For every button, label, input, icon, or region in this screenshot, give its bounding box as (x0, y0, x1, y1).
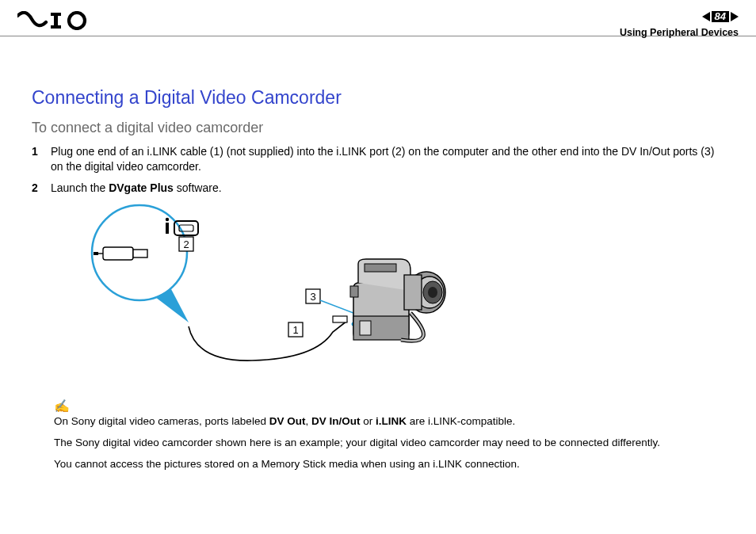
note-line: You cannot access the pictures stored on… (54, 458, 724, 470)
step-item: 1 Plug one end of an i.LINK cable (1) (n… (32, 144, 724, 174)
svg-rect-20 (333, 316, 347, 322)
page-header: 84 Using Peripheral Devices (0, 8, 756, 36)
svg-rect-2 (51, 25, 61, 29)
svg-point-28 (428, 287, 437, 298)
svg-point-3 (69, 13, 85, 29)
note-line: On Sony digital video cameras, ports lab… (54, 415, 724, 427)
svg-rect-30 (350, 286, 358, 297)
page-subtitle: To connect a digital video camcorder (32, 120, 724, 136)
note-line: The Sony digital video camcorder shown h… (54, 437, 724, 448)
notes-block: ✍ On Sony digital video cameras, ports l… (54, 399, 724, 470)
svg-text:1: 1 (292, 324, 298, 336)
vaio-logo (17, 11, 90, 33)
page-number: 84 (712, 11, 729, 22)
svg-rect-24 (365, 264, 396, 272)
step-number: 1 (32, 144, 51, 159)
svg-point-9 (166, 217, 169, 220)
svg-text:3: 3 (310, 291, 315, 303)
step-number: 2 (32, 181, 51, 196)
step-item: 2 Launch the DVgate Plus software. (32, 181, 724, 196)
page-content: Connecting a Digital Video Camcorder To … (32, 87, 724, 479)
svg-rect-23 (360, 321, 371, 335)
document-page: 84 Using Peripheral Devices Connecting a… (0, 0, 756, 534)
svg-rect-6 (133, 250, 147, 257)
page-nav: 84 (702, 11, 739, 22)
note-icon: ✍ (54, 399, 724, 414)
step-text: Plug one end of an i.LINK cable (1) (not… (51, 144, 724, 174)
section-name: Using Peripheral Devices (620, 27, 739, 38)
step-text: Launch the DVgate Plus software. (51, 181, 724, 196)
prev-page-icon[interactable] (702, 12, 710, 21)
steps-list: 1 Plug one end of an i.LINK cable (1) (n… (32, 144, 724, 196)
page-title: Connecting a Digital Video Camcorder (32, 87, 724, 109)
svg-rect-10 (166, 223, 169, 234)
svg-rect-1 (51, 13, 61, 16)
svg-rect-29 (404, 275, 422, 310)
svg-text:2: 2 (183, 238, 189, 250)
svg-rect-5 (103, 247, 133, 260)
next-page-icon[interactable] (731, 12, 739, 21)
connection-diagram: 2 1 3 (54, 204, 724, 389)
